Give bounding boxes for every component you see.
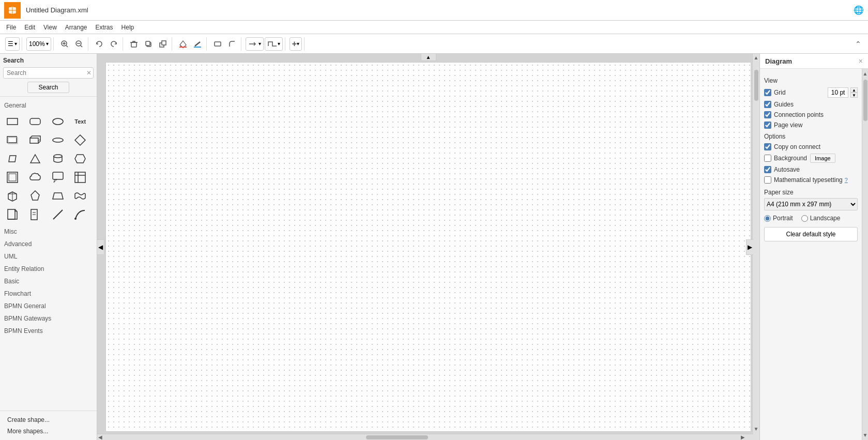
canvas-container[interactable] [105,62,751,432]
svg-rect-11 [146,41,150,45]
grid-pt-input[interactable] [828,87,848,98]
scroll-up-arrow[interactable]: ▲ [753,54,759,62]
category-uml[interactable]: UML [0,250,97,262]
connection-points-checkbox[interactable] [764,111,771,118]
shape-cloud[interactable] [27,169,43,186]
right-scroll-thumb[interactable] [863,80,867,121]
shape-cross-table[interactable] [72,169,88,186]
math-help-link[interactable]: ? [845,177,848,183]
collapse-panels-button[interactable]: ⌃ [851,37,865,51]
category-bpmn-general[interactable]: BPMN General [0,299,97,312]
menu-file[interactable]: File [2,23,20,32]
shape-diamond[interactable] [72,132,88,148]
menu-arrange[interactable]: Arrange [61,23,92,32]
category-bpmn-gateways[interactable]: BPMN Gateways [0,312,97,324]
canvas-collapse-left[interactable]: ◀ [97,239,104,255]
math-typesetting-checkbox[interactable] [764,176,771,184]
shape-document[interactable] [4,206,21,223]
shape-curved-line[interactable] [72,206,88,223]
duplicate-button[interactable] [142,37,155,51]
zoom-in-button[interactable] [58,37,71,51]
connection-style-dropdown[interactable]: ▾ [246,37,264,51]
create-shape-link[interactable]: Create shape... [3,414,94,426]
image-button[interactable]: Image [810,154,835,163]
insert-dropdown[interactable]: + ▾ [290,37,302,51]
page-view-checkbox[interactable] [764,122,771,129]
guides-checkbox[interactable] [764,101,771,108]
category-flowchart[interactable]: Flowchart [0,287,97,299]
autosave-checkbox[interactable] [764,166,771,173]
right-scroll-down-arrow[interactable]: ▼ [862,431,868,439]
menu-extras[interactable]: Extras [92,23,117,32]
background-checkbox[interactable] [764,155,771,162]
shape-hexagon[interactable] [72,150,88,167]
category-misc[interactable]: Misc [0,225,97,237]
scroll-right-arrow[interactable]: ▶ [740,433,746,440]
shape-rectangle[interactable] [4,113,21,130]
copy-on-connect-checkbox[interactable] [764,143,771,150]
category-basic[interactable]: Basic [0,275,97,287]
right-panel-close-button[interactable]: × [859,57,863,65]
menu-view[interactable]: View [39,23,61,32]
category-general[interactable]: General [0,99,97,111]
shape-rect-with-shadow[interactable] [4,132,21,148]
shape-ellipse[interactable] [50,113,66,130]
canvas-area: ▲ ◀ ▶ ▲ ▼ ◀ ▶ [97,54,759,440]
bend-button[interactable] [225,37,239,51]
menu-help[interactable]: Help [117,23,139,32]
more-shapes-link[interactable]: More shapes... [3,426,94,437]
shape-cube[interactable] [4,188,21,204]
shape-3d-rect[interactable] [27,132,43,148]
shape-trapezoid[interactable] [50,188,66,204]
canvas-collapse-right[interactable]: ▶ [746,239,753,255]
shape-parallelogram[interactable] [4,150,21,167]
canvas-scrollbar-horizontal[interactable]: ◀ ▶ [97,434,753,440]
shape-text[interactable]: Text [72,113,88,130]
canvas-scroll-top[interactable]: ▲ [421,54,436,61]
canvas-grid[interactable] [106,63,751,431]
sidebar-toggle-button[interactable]: ☰ ▾ [5,37,20,51]
scroll-thumb-horizontal[interactable] [366,435,428,439]
line-color-button[interactable] [191,37,204,51]
shape-style-button[interactable] [211,37,224,51]
to-back-button[interactable] [156,37,170,51]
category-bpmn-events[interactable]: BPMN Events [0,324,97,337]
search-clear-icon[interactable]: ✕ [86,69,92,77]
zoom-dropdown[interactable]: 100% ▾ [26,37,51,51]
paper-size-select[interactable]: A4 (210 mm x 297 mm) A3 A5 Letter Tabloi… [764,198,858,210]
scroll-down-arrow[interactable]: ▼ [753,425,759,433]
grid-checkbox[interactable] [764,89,771,96]
shape-line[interactable] [50,206,66,223]
waypoints-dropdown[interactable]: ▾ [265,37,283,51]
fill-color-button[interactable] [176,37,190,51]
canvas-scrollbar-vertical[interactable]: ▲ ▼ [752,54,759,440]
shape-triangle[interactable] [27,150,43,167]
menu-edit[interactable]: Edit [20,23,39,32]
shape-rounded-rect[interactable] [27,113,43,130]
shape-page[interactable] [27,206,43,223]
grid-spin-down[interactable]: ▼ [850,93,858,98]
redo-button[interactable] [107,37,120,51]
shape-callout[interactable] [50,169,66,186]
delete-button[interactable] [127,37,141,51]
shape-cylinder[interactable] [50,150,66,167]
category-entity-relation[interactable]: Entity Relation [0,262,97,275]
zoom-out-button[interactable] [72,37,86,51]
undo-button[interactable] [93,37,106,51]
shape-frame[interactable] [4,169,21,186]
category-advanced[interactable]: Advanced [0,237,97,250]
shape-pentagon[interactable] [27,188,43,204]
grid-spin-up[interactable]: ▲ [850,87,858,93]
scroll-thumb-vertical[interactable] [754,70,758,101]
shape-wave[interactable] [72,188,88,204]
right-panel-scrollbar[interactable]: ▲ ▼ [862,69,868,440]
clear-default-style-button[interactable]: Clear default style [764,227,858,241]
search-button[interactable]: Search [27,82,69,93]
svg-rect-13 [162,41,166,45]
shape-flat-ellipse[interactable] [50,132,66,148]
scroll-left-arrow[interactable]: ◀ [97,433,103,440]
portrait-radio[interactable] [764,215,771,222]
search-input[interactable] [3,67,94,79]
right-scroll-up-arrow[interactable]: ▲ [862,70,868,78]
landscape-radio[interactable] [801,215,808,222]
